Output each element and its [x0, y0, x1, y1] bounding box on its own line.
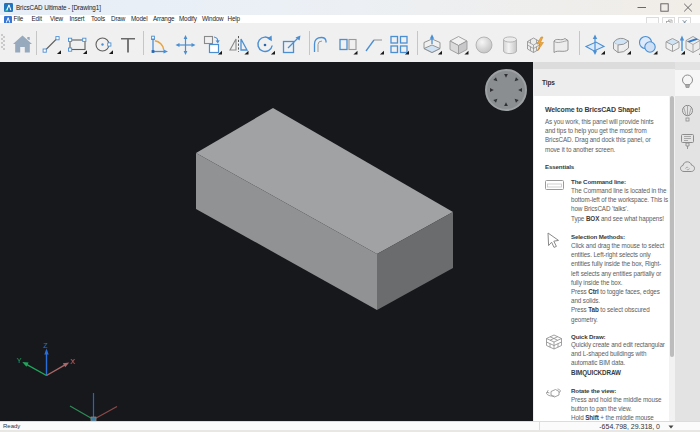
svg-text:Y: Y	[17, 356, 22, 365]
svg-text:Z: Z	[43, 341, 48, 350]
svg-text:X: X	[70, 357, 75, 366]
